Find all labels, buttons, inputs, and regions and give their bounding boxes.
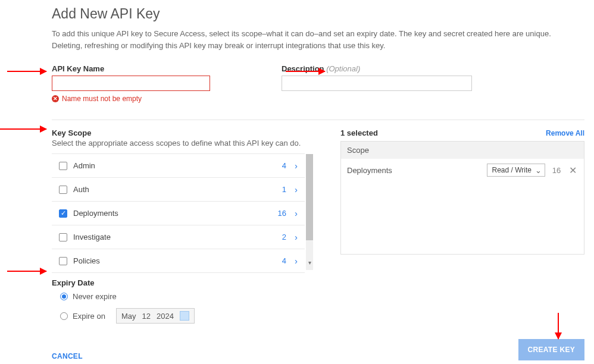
calendar-icon[interactable] xyxy=(180,311,189,321)
scope-item-deployments[interactable]: ✓ Deployments 16 › xyxy=(52,202,305,225)
scope-item-policies[interactable]: Policies 4 › xyxy=(52,249,305,273)
radio-expire-on[interactable]: Expire on May 12 2024 xyxy=(52,305,584,327)
selected-row-count: 16 xyxy=(551,166,562,175)
divider xyxy=(52,120,584,120)
scrollbar[interactable] xyxy=(306,154,313,270)
annotation-arrow xyxy=(286,71,325,72)
api-key-name-label: API Key Name xyxy=(52,64,210,73)
annotation-arrow xyxy=(7,71,46,72)
page-title: Add New API Key xyxy=(52,6,584,22)
expiry-date-picker[interactable]: May 12 2024 xyxy=(116,308,195,324)
selected-table: Scope Deployments Read / Write ⌄ 16 ✕ xyxy=(340,141,584,255)
checkbox-icon[interactable] xyxy=(59,186,67,194)
key-scope-subtext: Select the appropriate access scopes to … xyxy=(52,139,305,148)
selected-col-scope: Scope xyxy=(341,142,584,159)
selected-heading: 1 selected xyxy=(340,128,378,137)
radio-never-expire[interactable]: Never expire xyxy=(52,288,584,305)
permission-select[interactable]: Read / Write ⌄ xyxy=(487,164,545,177)
radio-icon[interactable] xyxy=(60,293,68,300)
annotation-arrow xyxy=(7,271,46,272)
annotation-arrow xyxy=(558,313,559,339)
chevron-right-icon[interactable]: › xyxy=(292,208,300,218)
error-icon: ✕ xyxy=(52,95,59,102)
scope-item-auth[interactable]: Auth 1 › xyxy=(52,178,305,202)
chevron-right-icon[interactable]: › xyxy=(292,184,300,194)
scope-item-investigate[interactable]: Investigate 2 › xyxy=(52,225,305,249)
description-input[interactable] xyxy=(282,76,472,91)
close-icon[interactable]: ✕ xyxy=(568,165,578,176)
chevron-right-icon[interactable]: › xyxy=(292,256,300,266)
checkbox-icon[interactable] xyxy=(59,162,67,170)
radio-icon[interactable] xyxy=(60,312,68,320)
name-error-text: Name must not be empty xyxy=(62,95,142,103)
selected-row: Deployments Read / Write ⌄ 16 ✕ xyxy=(341,159,584,181)
page-description: To add this unique API key to Secure Acc… xyxy=(52,28,570,51)
key-scope-heading: Key Scope xyxy=(52,128,305,137)
scope-list: Admin 4 › Auth 1 › ✓ Deployments 16 › xyxy=(52,153,305,266)
expiry-heading: Expiry Date xyxy=(52,278,584,287)
cancel-button[interactable]: CANCEL xyxy=(52,352,83,360)
api-key-name-input[interactable] xyxy=(52,76,210,91)
chevron-right-icon[interactable]: › xyxy=(292,232,300,242)
checkbox-icon[interactable] xyxy=(59,233,67,241)
chevron-down-icon: ⌄ xyxy=(535,166,542,175)
annotation-arrow xyxy=(0,128,46,130)
remove-all-button[interactable]: Remove All xyxy=(546,129,584,137)
chevron-right-icon[interactable]: › xyxy=(292,161,300,171)
selected-row-name: Deployments xyxy=(347,166,481,175)
create-key-button[interactable]: CREATE KEY xyxy=(518,339,584,360)
scope-item-admin[interactable]: Admin 4 › xyxy=(52,154,305,178)
checkbox-icon[interactable] xyxy=(59,257,67,265)
checkbox-icon[interactable]: ✓ xyxy=(59,209,67,218)
scroll-down-icon[interactable]: ▾ xyxy=(306,259,313,266)
